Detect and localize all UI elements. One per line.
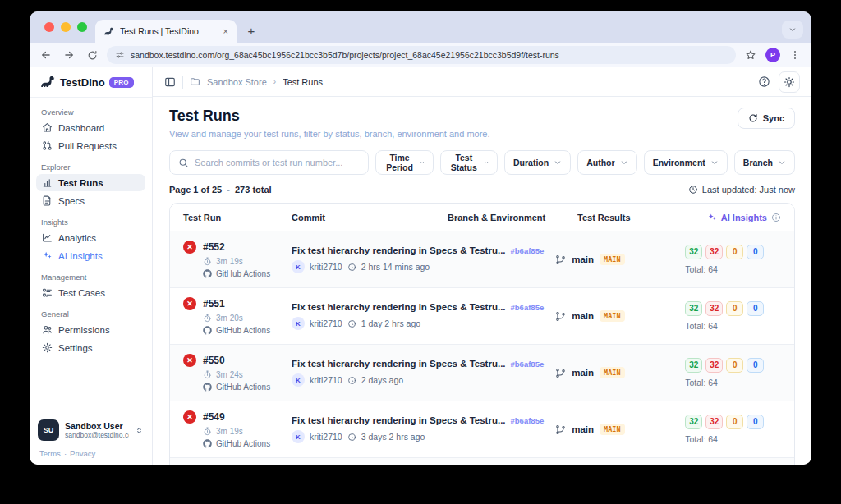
- close-window-button[interactable]: [44, 22, 54, 32]
- test-run-row[interactable]: ✕ #550 3m 24s GitHub Actions Fix test hi…: [170, 344, 794, 401]
- terms-link[interactable]: Terms: [39, 449, 61, 458]
- passed-count-badge: 32: [685, 415, 702, 429]
- sparkles-icon: [42, 250, 53, 261]
- branch-name: main: [572, 254, 594, 264]
- filter-author[interactable]: Author: [577, 150, 636, 175]
- sidebar-item-test-cases[interactable]: Test Cases: [36, 284, 145, 301]
- folder-icon: [190, 76, 200, 87]
- brand[interactable]: TestDino PRO: [30, 67, 152, 98]
- sidebar-item-test-runs[interactable]: Test Runs: [36, 174, 145, 191]
- sidebar-item-specs[interactable]: Specs: [36, 192, 145, 209]
- gear-icon: [42, 342, 53, 353]
- chevron-down-icon: [554, 158, 562, 167]
- sparkles-icon: [707, 213, 717, 222]
- close-tab-icon[interactable]: ×: [223, 26, 228, 36]
- reload-button[interactable]: [84, 47, 100, 63]
- sidebar-item-settings[interactable]: Settings: [36, 339, 145, 356]
- ci-provider: GitHub Actions: [216, 383, 270, 392]
- bar-chart-icon: [42, 177, 53, 188]
- run-id[interactable]: #551: [203, 298, 225, 309]
- testdino-logo-icon: [39, 74, 56, 90]
- search-box[interactable]: [169, 150, 369, 175]
- failed-count-badge: 32: [705, 245, 723, 259]
- commit-hash[interactable]: #b6af85e: [511, 246, 545, 255]
- test-run-row[interactable]: ✕ #548 3m 16s GitHub Actions Fix test hi…: [170, 457, 794, 465]
- environment-badge: MAIN: [600, 254, 624, 265]
- total-tests: Total: 64: [685, 378, 793, 387]
- run-id[interactable]: #550: [203, 355, 225, 366]
- browser-menu-icon[interactable]: [787, 47, 803, 63]
- commit-hash[interactable]: #b6af85e: [511, 416, 545, 425]
- info-icon[interactable]: [771, 213, 781, 222]
- filter-test-status[interactable]: Test Status: [440, 150, 498, 175]
- test-run-row[interactable]: ✕ #549 3m 19s GitHub Actions Fix test hi…: [170, 401, 794, 457]
- breadcrumb-bar: Sandbox Store › Test Runs: [153, 67, 811, 97]
- environment-badge: MAIN: [600, 310, 624, 322]
- skipped-count-badge: 0: [747, 358, 764, 373]
- browser-profile-avatar[interactable]: P: [765, 48, 780, 62]
- sync-button[interactable]: Sync: [738, 108, 795, 129]
- sidebar-toggle-icon[interactable]: [164, 76, 176, 88]
- filter-duration[interactable]: Duration: [504, 150, 571, 175]
- sidebar-item-dashboard[interactable]: Dashboard: [36, 119, 145, 136]
- back-button[interactable]: [38, 47, 54, 63]
- filter-time-period[interactable]: Time Period: [375, 150, 434, 175]
- stopwatch-icon: [203, 257, 212, 266]
- failed-status-icon: ✕: [183, 297, 196, 310]
- site-settings-icon[interactable]: [115, 50, 125, 60]
- page-info: Page 1 of 25: [169, 185, 222, 195]
- run-id[interactable]: #552: [203, 241, 225, 253]
- breadcrumb-project[interactable]: Sandbox Store: [207, 77, 267, 87]
- sidebar: TestDino PRO OverviewDashboardPull Reque…: [30, 67, 153, 465]
- search-icon: [178, 158, 189, 168]
- sidebar-footer: Terms · Privacy: [30, 444, 152, 465]
- sidebar-item-permissions[interactable]: Permissions: [36, 321, 145, 338]
- stopwatch-icon: [203, 427, 212, 436]
- filter-dropdowns: Time PeriodTest StatusDurationAuthorEnvi…: [375, 150, 795, 175]
- commit-title[interactable]: Fix test hierarchy rendering in Specs & …: [292, 245, 506, 255]
- tab-search-button[interactable]: [782, 21, 803, 39]
- commit-title[interactable]: Fix test hierarchy rendering in Specs & …: [292, 302, 506, 312]
- col-test-results: Test Results: [577, 213, 686, 222]
- user-card[interactable]: SU Sandbox User sandbox@testdino.co...: [30, 413, 152, 444]
- commit-title[interactable]: Fix test hierarchy rendering in Specs & …: [292, 415, 506, 425]
- filter-branch[interactable]: Branch: [734, 150, 795, 175]
- privacy-link[interactable]: Privacy: [70, 449, 95, 458]
- last-updated: Last updated: Just now: [702, 185, 795, 195]
- refresh-icon: [748, 113, 758, 123]
- git-branch-icon: [555, 254, 566, 265]
- bookmark-star-icon[interactable]: [742, 47, 759, 63]
- browser-tab[interactable]: Test Runs | TestDino ×: [95, 20, 237, 43]
- chevrons-up-down-icon[interactable]: [135, 426, 144, 435]
- testdino-favicon-icon: [103, 26, 114, 37]
- theme-toggle-button[interactable]: [779, 71, 800, 93]
- clock-icon: [688, 185, 698, 195]
- test-run-row[interactable]: ✕ #552 3m 19s GitHub Actions Fix test hi…: [170, 231, 794, 287]
- new-tab-button[interactable]: +: [241, 21, 261, 40]
- github-icon: [203, 383, 212, 392]
- passed-count-badge: 32: [685, 245, 702, 259]
- filter-environment[interactable]: Environment: [644, 150, 728, 175]
- flaky-count-badge: 0: [726, 358, 743, 373]
- minimize-window-button[interactable]: [61, 22, 71, 32]
- help-icon[interactable]: [758, 76, 770, 88]
- forward-button[interactable]: [61, 47, 77, 63]
- sidebar-item-pull-requests[interactable]: Pull Requests: [36, 137, 145, 154]
- zoom-window-button[interactable]: [77, 22, 87, 32]
- run-id[interactable]: #549: [203, 411, 225, 423]
- nav-section-label: Overview: [41, 108, 140, 117]
- col-ai-insights: AI Insights: [721, 213, 767, 222]
- run-time-ago: 3 days 2 hrs ago: [361, 432, 425, 442]
- failed-status-icon: ✕: [183, 241, 196, 254]
- user-avatar: SU: [38, 419, 59, 441]
- commit-title[interactable]: Fix test hierarchy rendering in Specs & …: [292, 359, 506, 369]
- chevron-down-icon: [778, 158, 786, 167]
- sidebar-item-ai-insights[interactable]: AI Insights: [36, 247, 145, 264]
- commit-hash[interactable]: #b6af85e: [511, 360, 545, 369]
- filters-row: Time PeriodTest StatusDurationAuthorEnvi…: [169, 150, 795, 175]
- commit-hash[interactable]: #b6af85e: [511, 303, 545, 312]
- search-input[interactable]: [195, 158, 360, 167]
- sidebar-item-analytics[interactable]: Analytics: [36, 229, 145, 246]
- test-run-row[interactable]: ✕ #551 3m 20s GitHub Actions Fix test hi…: [170, 287, 794, 344]
- address-bar[interactable]: sandbox.testdino.com/org_68ac45bc1956c21…: [107, 46, 736, 64]
